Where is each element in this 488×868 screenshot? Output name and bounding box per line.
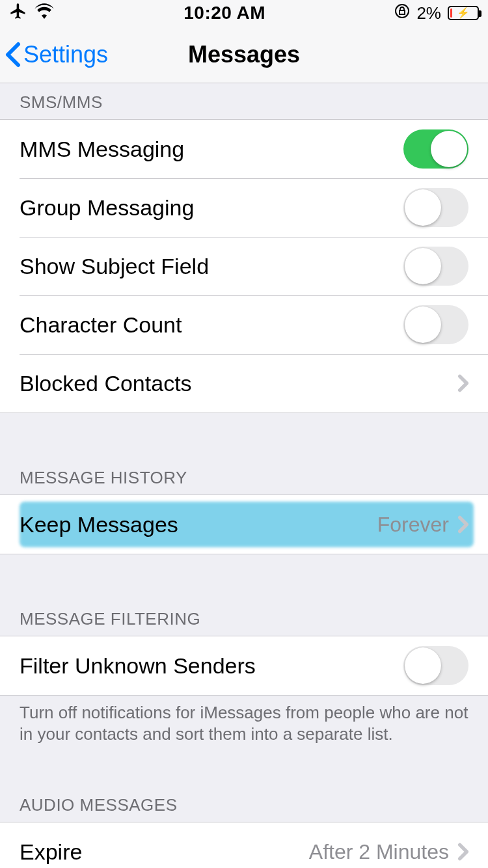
switch-group-messaging[interactable] (403, 188, 468, 227)
row-character-count[interactable]: Character Count (0, 295, 488, 354)
nav-bar: Settings Messages (0, 26, 488, 83)
group-sms-mms: MMS Messaging Group Messaging Show Subje… (0, 119, 488, 413)
row-expire[interactable]: Expire After 2 Minutes (0, 822, 488, 868)
switch-character-count[interactable] (403, 305, 468, 344)
row-group-messaging[interactable]: Group Messaging (0, 178, 488, 237)
group-message-filtering: Filter Unknown Senders (0, 636, 488, 696)
row-label: Character Count (20, 312, 182, 338)
row-label: Show Subject Field (20, 254, 209, 279)
row-keep-messages[interactable]: Keep Messages Forever (0, 495, 488, 554)
battery-icon: ⚡ (448, 6, 479, 20)
section-header-message-history: MESSAGE HISTORY (0, 459, 488, 495)
status-time: 10:20 AM (183, 3, 265, 23)
row-show-subject-field[interactable]: Show Subject Field (0, 237, 488, 295)
page-title: Messages (188, 41, 300, 68)
status-bar: 10:20 AM 2% ⚡ (0, 0, 488, 26)
back-label: Settings (23, 41, 108, 68)
switch-filter-unknown[interactable] (403, 646, 468, 685)
chevron-right-icon (458, 374, 468, 392)
airplane-mode-icon (9, 2, 27, 25)
row-value: Forever (377, 513, 449, 537)
section-header-audio-messages: AUDIO MESSAGES (0, 786, 488, 822)
battery-percent: 2% (416, 3, 441, 23)
switch-mms-messaging[interactable] (403, 129, 468, 169)
charging-bolt-icon: ⚡ (457, 8, 470, 18)
row-label: Group Messaging (20, 195, 194, 221)
section-footer-message-filtering: Turn off notifications for iMessages fro… (0, 696, 488, 753)
switch-show-subject-field[interactable] (403, 247, 468, 286)
row-label: Keep Messages (20, 512, 178, 537)
section-header-sms-mms: SMS/MMS (0, 83, 488, 119)
row-label: Blocked Contacts (20, 371, 192, 396)
row-label: Expire (20, 839, 82, 865)
row-filter-unknown-senders[interactable]: Filter Unknown Senders (0, 636, 488, 695)
row-value: After 2 Minutes (309, 840, 449, 864)
svg-point-0 (396, 5, 409, 18)
row-mms-messaging[interactable]: MMS Messaging (0, 120, 488, 178)
section-header-message-filtering: MESSAGE FILTERING (0, 600, 488, 636)
row-blocked-contacts[interactable]: Blocked Contacts (0, 354, 488, 413)
chevron-right-icon (458, 515, 468, 534)
row-label: Filter Unknown Senders (20, 653, 256, 679)
group-message-history: Keep Messages Forever (0, 495, 488, 554)
chevron-left-icon (5, 42, 21, 68)
back-button[interactable]: Settings (5, 26, 108, 83)
orientation-lock-icon (394, 3, 410, 23)
row-label: MMS Messaging (20, 137, 184, 162)
chevron-right-icon (458, 843, 468, 861)
group-audio-messages: Expire After 2 Minutes Raise to Listen (0, 822, 488, 868)
wifi-icon (34, 3, 55, 23)
